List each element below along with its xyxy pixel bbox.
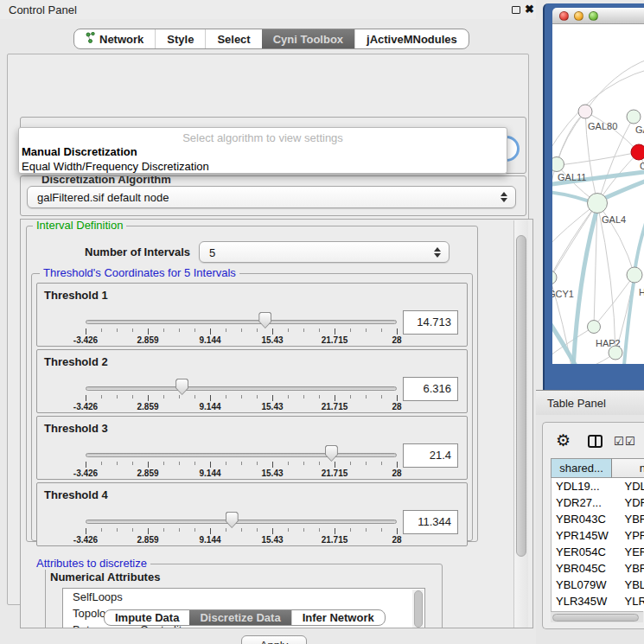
tab-label: Infer Network	[303, 611, 374, 624]
slider-handle[interactable]	[175, 379, 188, 395]
slider-tick	[288, 395, 289, 399]
network-node[interactable]	[609, 346, 622, 360]
attribute-item-selfloops[interactable]: SelfLoops	[63, 589, 424, 605]
column-header-shared-[interactable]: shared...	[551, 458, 612, 478]
checkbox-icon[interactable]: ☑	[614, 435, 624, 448]
scrollbar-thumb[interactable]	[414, 590, 423, 628]
network-node-gal80[interactable]	[578, 105, 592, 118]
threshold-value-field[interactable]: 6.316	[403, 377, 458, 401]
network-edge[interactable]	[634, 213, 644, 273]
network-view-window[interactable]: GAL80GACGAL11GAL4GCY1HHAP2	[543, 3, 644, 390]
threshold-value-field[interactable]: 21.4	[403, 443, 458, 468]
zoom-window-icon[interactable]	[589, 11, 598, 21]
column-header-na[interactable]: na	[612, 458, 644, 478]
network-canvas[interactable]: GAL80GACGAL11GAL4GCY1HHAP2	[552, 24, 644, 364]
threshold-value-field[interactable]: 14.713	[403, 310, 458, 335]
interval-definition-label: Interval Definition	[33, 220, 126, 232]
network-node-gal4[interactable]	[588, 194, 608, 214]
minimize-window-icon[interactable]	[574, 11, 583, 21]
tab-cyni-toolbox[interactable]: Cyni Toolbox	[262, 29, 354, 48]
close-window-icon[interactable]	[559, 11, 569, 21]
tab-jactivemnodules[interactable]: jActiveMNodules	[354, 29, 469, 48]
slider-tick	[350, 328, 351, 332]
slider-handle[interactable]	[258, 312, 271, 328]
slider-tick	[117, 528, 118, 532]
settings-panel-scrollbar[interactable]	[513, 220, 528, 628]
cell-shared-name: YBL079W	[552, 577, 612, 593]
network-edge[interactable]	[585, 59, 644, 112]
threshold-value-field[interactable]: 11.344	[403, 510, 458, 534]
gear-icon[interactable]: ⚙	[556, 430, 571, 450]
slider-tick	[303, 328, 304, 332]
slider-tick	[86, 462, 86, 468]
bottom-tab-bar: Impute DataDiscretize DataInfer Network	[104, 609, 386, 626]
column-layout-icon[interactable]	[588, 435, 603, 448]
cell-name: YDR2	[612, 494, 644, 511]
slider-tick	[288, 528, 289, 532]
network-node-gcy1[interactable]	[552, 271, 557, 284]
slider-handle[interactable]	[226, 512, 239, 528]
tab-style[interactable]: Style	[155, 29, 205, 48]
network-edge[interactable]	[623, 277, 634, 364]
cell-name: YDL1	[612, 478, 644, 494]
checkbox-icon[interactable]: ☑	[625, 435, 635, 448]
slider-tick	[241, 462, 242, 465]
slider-track[interactable]	[86, 386, 397, 391]
cell-name: YBR0	[612, 511, 644, 527]
slider-tick	[117, 462, 118, 465]
network-node-hap2[interactable]	[588, 321, 601, 334]
slider-track[interactable]	[86, 453, 397, 457]
number-of-intervals-combobox[interactable]: 5	[199, 241, 450, 263]
tab-infer-network[interactable]: Infer Network	[291, 610, 385, 625]
slider-tick	[226, 395, 226, 399]
cell-shared-name: YDR27...	[552, 494, 612, 511]
attributes-list-scrollbar[interactable]	[412, 590, 424, 628]
cell-name: YBR0	[612, 560, 644, 577]
table-row[interactable]: YER054CYER0	[552, 544, 644, 560]
slider-track[interactable]	[86, 520, 397, 524]
apply-button[interactable]: Apply	[241, 635, 307, 644]
table-row[interactable]: YLR345WYLR3	[552, 593, 644, 609]
table-row[interactable]: YBL079WYBL0	[552, 577, 644, 593]
scrollbar-thumb[interactable]	[516, 235, 526, 557]
table-row[interactable]: YDL19...YDL1	[552, 478, 644, 494]
float-panel-icon[interactable]	[512, 6, 520, 14]
tab-select[interactable]: Select	[205, 29, 261, 48]
table-row[interactable]: YPR145WYPR1	[552, 527, 644, 544]
network-icon	[86, 32, 95, 46]
threshold-2-box: Threshold 2-3.4262.8599.14415.4321.71528…	[36, 349, 468, 413]
slider-tick	[241, 395, 242, 399]
slider-tick	[148, 328, 149, 335]
slider-handle[interactable]	[325, 445, 338, 462]
tab-impute-data[interactable]: Impute Data	[105, 610, 189, 625]
table-data-combobox[interactable]: galFiltered.sif default node	[27, 186, 516, 208]
slider-tick	[148, 395, 149, 401]
dropdown-option-equal-width-frequency-discretization[interactable]: Equal Width/Frequency Discretization	[22, 160, 209, 173]
network-node-h[interactable]	[627, 267, 642, 283]
network-edge[interactable]	[559, 152, 639, 165]
network-node-c[interactable]	[631, 144, 644, 160]
table-row[interactable]: YBR045CYBR0	[552, 560, 644, 577]
slider-tick-label: -3.426	[60, 402, 112, 411]
table-row[interactable]: YDR27...YDR2	[552, 494, 644, 511]
network-edge[interactable]	[557, 112, 585, 164]
network-node-ga[interactable]	[627, 110, 641, 124]
close-panel-icon[interactable]: ✖	[525, 3, 534, 16]
slider-tick	[101, 462, 102, 465]
tab-network[interactable]: Network	[74, 29, 155, 48]
slider-tick-label: 9.144	[184, 535, 236, 545]
slider-tick-label: 28	[371, 402, 423, 411]
dropdown-option-manual-discretization[interactable]: Manual Discretization	[22, 145, 137, 158]
network-node-gal11[interactable]	[552, 157, 564, 172]
tab-discretize-data[interactable]: Discretize Data	[189, 610, 290, 625]
table-horizontal-scrollbar[interactable]	[551, 611, 643, 622]
table-row[interactable]: YBR043CYBR0	[552, 511, 644, 527]
numerical-attributes-label: Numerical Attributes	[50, 571, 160, 583]
slider-track[interactable]	[86, 320, 397, 324]
slider-tick	[257, 528, 258, 532]
slider-tick-label: 2.859	[122, 402, 174, 411]
algorithm-dropdown-popup: Select algorithm to view settings Manual…	[18, 127, 507, 174]
network-edge[interactable]	[552, 112, 585, 201]
scrollbar-thumb[interactable]	[552, 614, 639, 622]
slider-tick	[335, 462, 335, 468]
